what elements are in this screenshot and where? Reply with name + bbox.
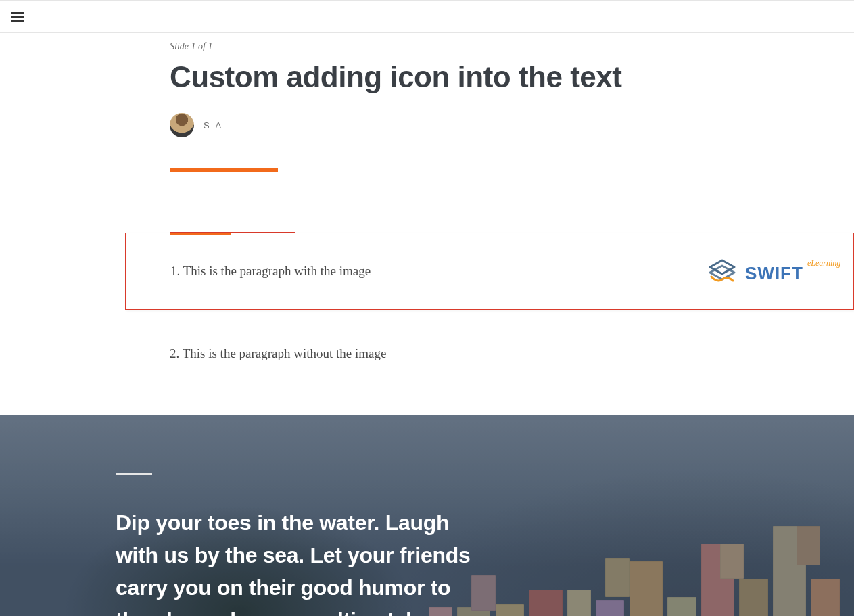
swift-logo: eLearning SWIFT [707, 258, 840, 285]
author-name: S A [204, 120, 223, 131]
swift-mark-icon [707, 258, 737, 285]
logo-brand: SWIFT [745, 263, 803, 283]
main-content: Slide 1 of 1 Custom adding icon into the… [0, 33, 854, 361]
page-title: Custom adding icon into the text [170, 60, 827, 94]
avatar [170, 113, 194, 137]
paragraph-2-text: 2. This is the paragraph without the ima… [170, 346, 827, 361]
logo-tagline: eLearning [807, 258, 840, 268]
slide-indicator: Slide 1 of 1 [170, 41, 827, 52]
menu-icon[interactable] [11, 12, 24, 22]
paragraph-1-text: 1. This is the paragraph with the image [170, 264, 371, 279]
hero-content: Dip your toes in the water. Laugh with u… [0, 415, 487, 616]
hero-quote-text: Dip your toes in the water. Laugh with u… [116, 506, 487, 616]
hero-section: Dip your toes in the water. Laugh with u… [0, 415, 854, 616]
author-row: S A [170, 113, 827, 137]
paragraph-with-image-box: 1. This is the paragraph with the image … [125, 233, 854, 310]
hero-accent-bar [116, 473, 152, 475]
swift-wordmark-icon: eLearning SWIFT [745, 258, 840, 285]
accent-divider [170, 168, 278, 172]
topbar [0, 0, 854, 33]
